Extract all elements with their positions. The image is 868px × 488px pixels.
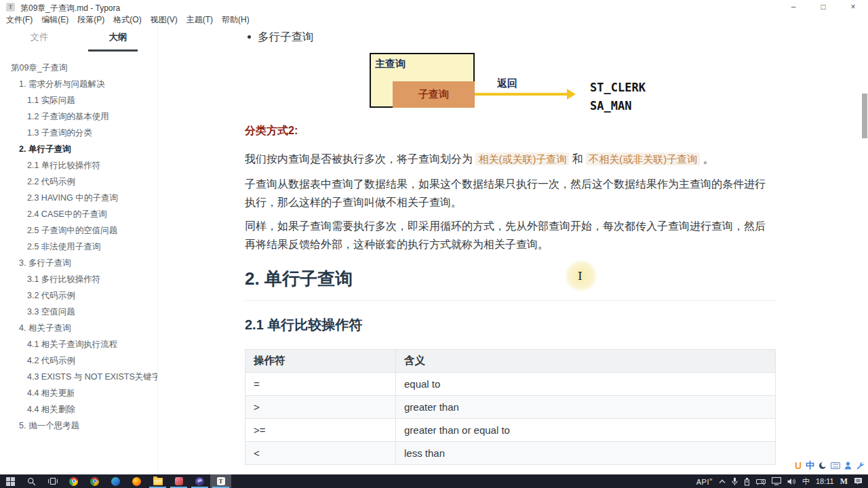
wrench-icon[interactable] (856, 462, 864, 470)
taskbar-typora-button[interactable]: T (210, 474, 231, 488)
tab-files[interactable]: 文件 (0, 26, 79, 52)
outline-item[interactable]: 2. 单行子查询 (0, 141, 157, 157)
task-view-button[interactable] (42, 474, 63, 488)
sidebar: 文件 大纲 第09章_子查询1. 需求分析与问题解决1.1 实际问题1.2 子查… (0, 26, 158, 474)
outline-item[interactable]: 第09章_子查询 (0, 60, 157, 76)
monitor-icon[interactable] (772, 477, 781, 485)
operator-table[interactable]: 操作符含义 =equal to>greater than>=greater th… (245, 349, 776, 465)
outline-item[interactable]: 3.2 代码示例 (0, 287, 157, 304)
table-row: =equal to (245, 373, 776, 396)
paragraph-correlated[interactable]: 同样，如果子查询需要执行多次，即采用循环的方式，先从外部查询开始，每次都传入子查… (245, 217, 776, 253)
typora-icon: T (217, 477, 225, 485)
start-button[interactable] (0, 474, 21, 488)
outline-item[interactable]: 3.1 多行比较操作符 (0, 271, 157, 287)
menu-item[interactable]: 段落(P) (77, 14, 104, 26)
inline-code-uncorrelated: 不相关(或非关联)子查询 (586, 152, 700, 165)
close-button[interactable]: × (838, 0, 868, 14)
menu-item[interactable]: 视图(V) (151, 14, 178, 26)
ime-toolbar: U 中 (793, 459, 866, 472)
menu-item[interactable]: 编辑(E) (41, 14, 68, 26)
table-cell: equal to (396, 373, 776, 396)
chrome-icon (69, 477, 78, 486)
taskbar-purple-app-button[interactable] (189, 474, 210, 488)
table-cell: greater than (396, 396, 776, 419)
chevron-up-icon[interactable] (719, 479, 726, 484)
paragraph-text: 我们按内查询是否被执行多次，将子查询划分为 (245, 153, 475, 165)
table-cell: < (245, 442, 396, 465)
operator-table-head: 操作符含义 (245, 350, 776, 373)
paragraph-uncorrelated[interactable]: 子查询从数据表中查询了数据结果，如果这个数据结果只执行一次，然后这个数据结果作为… (245, 175, 776, 211)
outline-item[interactable]: 4.2 代码示例 (0, 352, 157, 369)
taskbar-search-button[interactable] (21, 474, 42, 488)
outline-item[interactable]: 4. 相关子查询 (0, 320, 157, 336)
table-header-cell: 操作符 (245, 350, 396, 373)
heading-single-row-subquery[interactable]: 2. 单行子查询 (245, 267, 776, 301)
outline-item[interactable]: 2.1 单行比较操作符 (0, 157, 157, 174)
outline-item[interactable]: 4.4 相关删除 (0, 401, 157, 418)
taskbar-chrome-button[interactable] (63, 474, 84, 488)
outline-item[interactable]: 2.4 CASE中的子查询 (0, 206, 157, 222)
menu-item[interactable]: 文件(F) (6, 14, 33, 26)
return-arrow (475, 93, 567, 96)
outline-item[interactable]: 2.5 子查询中的空值问题 (0, 222, 157, 239)
table-cell: >= (245, 419, 396, 442)
taskbar-edge-button[interactable] (105, 474, 126, 488)
system-tray: API» 中 18:11 (696, 476, 868, 487)
table-row: >=greater than or equal to (245, 419, 776, 442)
sogou-logo-icon[interactable]: U (795, 460, 802, 471)
outline-item[interactable]: 4.4 相关更新 (0, 385, 157, 401)
result-value: SA_MAN (590, 97, 646, 115)
outline-item[interactable]: 4.3 EXISTS 与 NOT EXISTS关键字 (0, 369, 157, 385)
clock[interactable]: 18:11 (816, 477, 834, 485)
outline-item[interactable]: 2.3 HAVING 中的子查询 (0, 190, 157, 206)
table-cell: greater than or equal to (396, 419, 776, 442)
scrollbar-thumb[interactable] (862, 94, 867, 138)
active-tab-underline (88, 49, 138, 52)
taskbar-firefox-button[interactable] (126, 474, 147, 488)
purple-app-icon (195, 477, 204, 486)
outline-item[interactable]: 4.1 相关子查询执行流程 (0, 336, 157, 352)
person-icon[interactable] (844, 462, 852, 470)
taskbar-pink-app-button[interactable] (168, 474, 189, 488)
outline-item[interactable]: 1.3 子查询的分类 (0, 125, 157, 141)
typora-logo-icon: T (6, 3, 15, 12)
window-controls: – □ × (778, 0, 868, 14)
outline-item[interactable]: 3. 多行子查询 (0, 255, 157, 271)
input-mode-icon[interactable]: 中 (806, 460, 814, 472)
api-tray-label[interactable]: API» (696, 476, 713, 486)
tab-outline[interactable]: 大纲 (79, 26, 157, 52)
outline-item[interactable]: 1.2 子查询的基本使用 (0, 108, 157, 125)
speaker-icon[interactable] (787, 478, 796, 485)
outline-item[interactable]: 2.5 非法使用子查询 (0, 239, 157, 255)
heading-comparison-operators[interactable]: 2.1 单行比较操作符 (245, 316, 776, 334)
outline-item[interactable]: 1. 需求分析与问题解决 (0, 76, 157, 92)
taskbar-explorer-button[interactable] (147, 474, 168, 488)
microphone-icon[interactable] (732, 477, 738, 486)
usb-icon[interactable] (744, 477, 750, 486)
pink-app-icon (175, 477, 183, 485)
bullet-list-item[interactable]: 多行子查询 (245, 30, 776, 45)
outline-item[interactable]: 3.3 空值问题 (0, 304, 157, 320)
main-query-label: 主查询 (375, 58, 406, 70)
paragraph-classification[interactable]: 我们按内查询是否被执行多次，将子查询划分为 相关(或关联)子查询 和 不相关(或… (245, 150, 776, 168)
sidebar-tabs: 文件 大纲 (0, 26, 157, 52)
projector-icon[interactable] (756, 478, 766, 485)
subquery-diagram: 主查询 子查询 返回 ST_CLERK SA_MAN (370, 53, 790, 110)
ime-status-icon[interactable]: M (840, 476, 848, 487)
restore-button[interactable]: □ (808, 0, 838, 14)
input-language-indicator[interactable]: 中 (802, 476, 810, 487)
taskbar-chrome2-button[interactable] (84, 474, 105, 488)
paragraph-text: 和 (569, 153, 586, 165)
table-cell: less than (396, 442, 776, 465)
moon-icon[interactable] (818, 462, 827, 470)
outline-item[interactable]: 1.1 实际问题 (0, 92, 157, 108)
editor-content[interactable]: 多行子查询 主查询 子查询 返回 ST_CLERK SA_MAN 分类方式2: … (158, 26, 868, 474)
outline-item[interactable]: 2.2 代码示例 (0, 174, 157, 190)
outline-item[interactable]: 5. 抛一个思考题 (0, 418, 157, 434)
minimize-button[interactable]: – (778, 0, 808, 14)
menu-item[interactable]: 格式(O) (113, 14, 141, 26)
keyboard-icon[interactable] (831, 462, 840, 469)
menu-item[interactable]: 帮助(H) (222, 14, 250, 26)
menu-item[interactable]: 主题(T) (186, 14, 213, 26)
notification-icon[interactable] (854, 477, 863, 485)
